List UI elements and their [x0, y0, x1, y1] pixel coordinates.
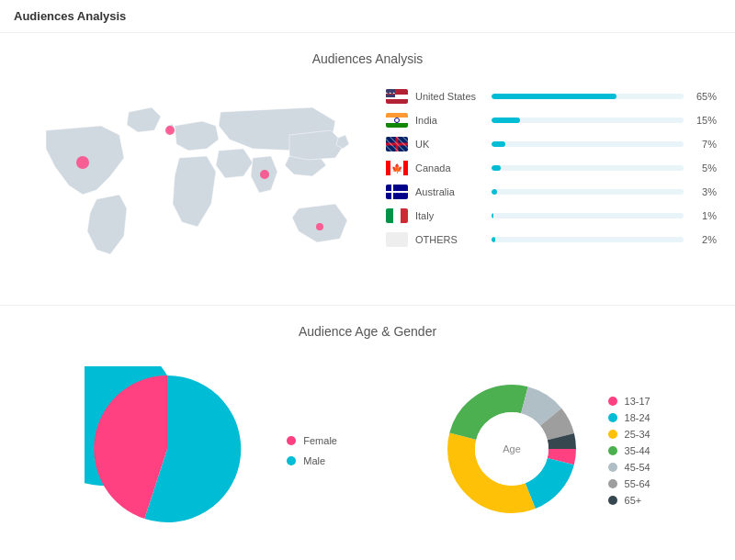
country-row-in: India 15% — [386, 113, 717, 128]
country-row-others: OTHERS 2% — [386, 232, 717, 247]
map-dot-usa — [76, 156, 89, 169]
bar-fill-gb — [492, 141, 505, 147]
map-dot-australia — [316, 223, 323, 230]
age-donut-svg: Age — [434, 371, 590, 527]
bar-pct-others: 2% — [691, 234, 717, 245]
dot-18-24 — [608, 413, 617, 422]
bar-pct-au: 3% — [691, 186, 717, 197]
country-name-us: United States — [415, 91, 484, 102]
bar-pct-ca: 5% — [691, 162, 717, 174]
label-13-17: 13-17 — [625, 396, 650, 407]
legend-45-54: 45-54 — [608, 462, 650, 473]
dot-35-44 — [608, 446, 617, 455]
age-donut: Age — [434, 371, 590, 530]
age-gender-title: Audience Age & Gender — [18, 324, 717, 339]
bar-pct-gb: 7% — [691, 139, 717, 150]
female-label: Female — [303, 435, 337, 446]
age-gender-section: Audience Age & Gender — [0, 306, 735, 560]
flag-us: ★★★ — [386, 89, 408, 104]
audiences-section: Audiences Analysis — [0, 33, 735, 306]
flag-others — [386, 232, 408, 247]
age-gender-content: Female Male — [18, 357, 717, 543]
map-dot-uk — [165, 126, 175, 135]
gender-pie-svg — [85, 366, 250, 532]
gender-pie — [85, 366, 250, 534]
male-label: Male — [303, 455, 325, 466]
bar-container-others — [492, 237, 684, 242]
audiences-title: Audiences Analysis — [18, 51, 717, 66]
bar-fill-others — [492, 237, 495, 242]
age-center-label: Age — [503, 443, 521, 454]
country-row-gb: UK 7% — [386, 137, 717, 151]
legend-35-44: 35-44 — [608, 445, 650, 456]
bar-pct-in: 15% — [691, 115, 717, 126]
label-25-34: 25-34 — [625, 429, 650, 440]
gender-legend: Female Male — [287, 435, 337, 466]
legend-18-24: 18-24 — [608, 412, 650, 423]
bar-fill-it — [492, 213, 493, 218]
map-dot-india — [260, 170, 269, 179]
country-name-it: Italy — [415, 210, 484, 221]
bar-container-us — [492, 94, 684, 99]
age-chart-area: Age 13-17 18-24 25-34 35-44 — [434, 371, 650, 530]
bar-container-au — [492, 189, 684, 195]
male-dot — [287, 456, 296, 465]
flag-ca: 🍁 — [386, 161, 408, 175]
bar-fill-us — [492, 94, 616, 99]
bar-pct-us: 65% — [691, 91, 717, 102]
dot-55-64 — [608, 479, 617, 488]
country-row-us: ★★★ United States 65% — [386, 89, 717, 104]
country-row-ca: 🍁 Canada 5% — [386, 161, 717, 175]
flag-in — [386, 113, 408, 128]
label-65plus: 65+ — [625, 495, 642, 506]
label-35-44: 35-44 — [625, 445, 650, 456]
flag-au: ✦✦✦✦✦ — [386, 185, 408, 199]
dot-25-34 — [608, 430, 617, 439]
audiences-content: ★★★ United States 65% India — [18, 84, 717, 286]
world-map-svg — [18, 84, 368, 286]
country-name-gb: UK — [415, 139, 484, 150]
bar-fill-au — [492, 189, 497, 195]
dot-65plus — [608, 496, 617, 505]
country-row-au: ✦✦✦✦✦ Australia 3% — [386, 185, 717, 199]
bar-container-ca — [492, 165, 684, 171]
bar-container-gb — [492, 141, 684, 147]
label-18-24: 18-24 — [625, 412, 650, 423]
country-row-it: Italy 1% — [386, 208, 717, 223]
country-name-in: India — [415, 115, 484, 126]
legend-65plus: 65+ — [608, 495, 650, 506]
legend-55-64: 55-64 — [608, 478, 650, 489]
bar-container-it — [492, 213, 684, 218]
female-dot — [287, 436, 296, 445]
label-45-54: 45-54 — [625, 462, 650, 473]
country-bars: ★★★ United States 65% India — [386, 84, 717, 247]
flag-gb — [386, 137, 408, 151]
dot-45-54 — [608, 463, 617, 472]
bar-container-in — [492, 118, 684, 123]
page-header: Audiences Analysis — [0, 0, 735, 33]
legend-male: Male — [287, 455, 337, 466]
bar-pct-it: 1% — [691, 210, 717, 221]
legend-13-17: 13-17 — [608, 396, 650, 407]
age-legend: 13-17 18-24 25-34 35-44 45-54 — [608, 396, 650, 506]
label-55-64: 55-64 — [625, 478, 650, 489]
page-title: Audiences Analysis — [14, 9, 126, 23]
country-name-others: OTHERS — [415, 234, 484, 245]
bar-fill-in — [492, 118, 520, 123]
flag-it — [386, 208, 408, 223]
gender-chart-area: Female Male — [85, 366, 337, 534]
country-name-au: Australia — [415, 186, 484, 197]
legend-25-34: 25-34 — [608, 429, 650, 440]
dot-13-17 — [608, 397, 617, 406]
country-name-ca: Canada — [415, 162, 484, 174]
bar-fill-ca — [492, 165, 501, 171]
world-map — [18, 84, 368, 286]
legend-female: Female — [287, 435, 337, 446]
